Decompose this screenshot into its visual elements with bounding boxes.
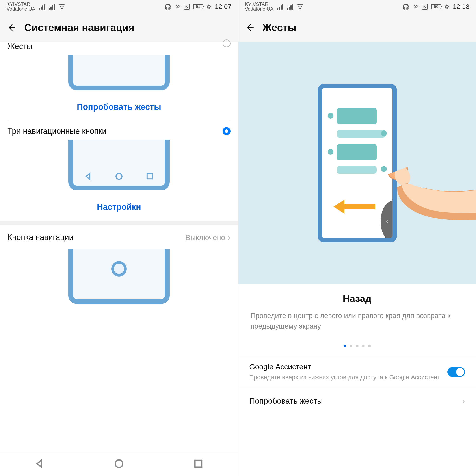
svg-point-2 <box>115 460 123 467</box>
option-gestures[interactable]: Жесты <box>0 42 238 53</box>
nfc-icon: N <box>184 4 189 10</box>
carrier-2: Vodafone UA <box>245 7 273 12</box>
chevron-right-icon: › <box>227 232 231 243</box>
assistant-toggle[interactable] <box>447 367 465 377</box>
gestures-illustration <box>0 53 238 93</box>
carrier-1: KYIVSTAR <box>7 2 35 7</box>
try-gestures-button[interactable]: Попробовать жесты <box>0 93 238 121</box>
signal-2-icon <box>49 3 55 10</box>
battery-icon: 50 <box>431 4 441 9</box>
chevron-right-icon: › <box>462 396 465 406</box>
signal-1-icon <box>277 3 283 10</box>
clock: 12:18 <box>453 3 469 10</box>
system-navbar <box>0 452 238 476</box>
page-title: Жесты <box>262 22 296 34</box>
pager-dot[interactable] <box>368 345 371 347</box>
clock: 12:07 <box>215 3 231 10</box>
assistant-description: Проведите вверх из нижних углов для дост… <box>249 373 441 381</box>
try-gestures-row[interactable]: Попробовать жесты › <box>238 388 476 414</box>
pager-dot[interactable] <box>343 345 346 347</box>
pager-dot[interactable] <box>350 345 352 347</box>
radio-unselected-icon[interactable] <box>222 39 231 47</box>
carrier-2: Vodafone UA <box>7 7 35 12</box>
pager-dot[interactable] <box>362 345 365 347</box>
option-nav-button-value: Выключено <box>185 233 225 242</box>
swipe-arrow-icon <box>333 198 375 216</box>
nav-recents-icon[interactable] <box>193 459 204 470</box>
google-assistant-setting[interactable]: Google Ассистент Проведите вверх из нижн… <box>238 356 476 388</box>
option-gestures-label: Жесты <box>7 42 32 51</box>
signal-1-icon <box>39 3 45 10</box>
tutorial-pager[interactable] <box>238 336 476 356</box>
eye-comfort-icon: 👁 <box>413 3 418 10</box>
power-save-icon: ✿ <box>444 3 449 10</box>
svg-rect-3 <box>195 460 202 467</box>
tutorial-step-description: Проведите в центр с левого или правого к… <box>249 310 465 331</box>
radio-selected-icon[interactable] <box>222 127 231 135</box>
back-button[interactable] <box>7 22 18 33</box>
tutorial-step-title: Назад <box>249 293 465 304</box>
title-bar: Жесты <box>238 13 476 42</box>
signal-2-icon <box>287 3 293 10</box>
svg-point-0 <box>116 173 122 179</box>
status-bar: KYIVSTAR Vodafone UA 🎧 👁 N 51 ✿ 12:07 <box>0 0 238 13</box>
screen-system-navigation: KYIVSTAR Vodafone UA 🎧 👁 N 51 ✿ 12:07 Си… <box>0 0 238 476</box>
option-nav-button-label: Кнопка навигации <box>7 233 73 242</box>
three-keys-settings-button[interactable]: Настройки <box>0 193 238 221</box>
svg-rect-1 <box>147 174 152 179</box>
screen-gestures-tutorial: KYIVSTAR Vodafone UA 🎧 👁 N 50 ✿ 12:18 Же… <box>238 0 476 476</box>
page-title: Системная навигация <box>24 22 135 34</box>
eye-comfort-icon: 👁 <box>175 3 180 10</box>
wifi-icon <box>297 4 304 9</box>
pager-dot[interactable] <box>356 345 358 347</box>
nav-home-icon[interactable] <box>114 459 124 470</box>
status-bar: KYIVSTAR Vodafone UA 🎧 👁 N 50 ✿ 12:18 <box>238 0 476 13</box>
option-three-keys-label: Три навигационные кнопки <box>7 126 106 136</box>
headphones-icon: 🎧 <box>164 3 171 10</box>
headphones-icon: 🎧 <box>402 3 409 10</box>
nfc-icon: N <box>422 4 427 10</box>
three-keys-illustration <box>0 138 238 193</box>
option-three-keys[interactable]: Три навигационные кнопки <box>0 121 238 138</box>
battery-icon: 51 <box>193 4 203 9</box>
title-bar: Системная навигация <box>0 13 238 42</box>
nav-button-illustration <box>0 247 238 306</box>
back-button[interactable] <box>245 22 256 33</box>
gesture-tutorial-illustration <box>238 42 476 284</box>
assistant-title: Google Ассистент <box>249 362 441 371</box>
power-save-icon: ✿ <box>206 3 211 10</box>
option-nav-button[interactable]: Кнопка навигации Выключено › <box>0 225 238 247</box>
wifi-icon <box>59 4 65 9</box>
try-gestures-label: Попробовать жесты <box>249 396 323 406</box>
carrier-1: KYIVSTAR <box>245 2 273 7</box>
nav-back-icon[interactable] <box>34 459 45 470</box>
